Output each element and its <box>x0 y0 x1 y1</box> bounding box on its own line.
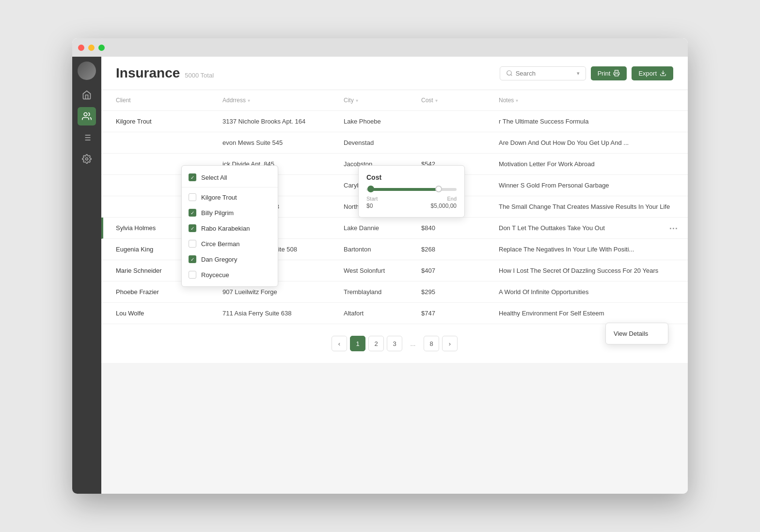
cell-address-1: evon Mews Suite 545 <box>222 139 344 146</box>
table-row: Lou Wolfe 711 Asia Ferry Suite 638 Altaf… <box>101 303 688 324</box>
minimize-button[interactable] <box>88 45 95 51</box>
sidebar <box>72 57 101 494</box>
col-city[interactable]: City ▾ <box>344 97 421 104</box>
pagination-page-8[interactable]: 8 <box>424 336 439 351</box>
table-row: Kilgore Trout 3137 Nichole Brooks Apt. 1… <box>101 111 688 132</box>
export-icon <box>660 70 666 77</box>
cell-city-6: Bartonton <box>344 246 421 253</box>
content-area: Client Addrress ▾ City ▾ Cost ▾ <box>101 90 688 494</box>
cell-city-1: Devenstad <box>344 139 421 146</box>
pagination-page-2[interactable]: 2 <box>368 336 384 351</box>
maximize-button[interactable] <box>98 45 105 51</box>
cell-notes-4: The Small Change That Creates Massive Re… <box>499 203 673 210</box>
cell-city-0: Lake Phoebe <box>344 118 421 125</box>
checkbox-select-all[interactable] <box>189 173 196 181</box>
row-actions-button-5[interactable]: ⋯ <box>669 223 678 234</box>
checkbox-5[interactable] <box>189 271 196 279</box>
svg-point-7 <box>86 158 88 160</box>
cell-notes-9: Healthy Environment For Self Esteem <box>499 310 673 317</box>
cell-notes-2: Motivation Letter For Work Abroad <box>499 160 673 168</box>
pagination: ‹ 1 2 3 ... 8 › <box>101 324 688 363</box>
search-input[interactable] <box>516 70 574 77</box>
pagination-page-3[interactable]: 3 <box>387 336 402 351</box>
col-client[interactable]: Client <box>116 97 222 104</box>
top-actions: ▾ Print Export <box>500 66 673 80</box>
cell-client-9: Lou Wolfe <box>116 310 222 317</box>
checkbox-3[interactable] <box>189 240 196 248</box>
cost-popup-title: Cost <box>366 173 457 181</box>
table-row: evon Mews Suite 545 Devenstad Are Down A… <box>101 132 688 154</box>
cell-address-8: 907 Lueilwitz Forge <box>222 288 344 296</box>
address-sort-icon: ▾ <box>248 98 250 103</box>
checkbox-2[interactable] <box>189 224 196 232</box>
cell-cost-8: $295 <box>421 288 499 296</box>
svg-rect-10 <box>615 74 618 76</box>
table-header: Client Addrress ▾ City ▾ Cost ▾ <box>101 90 688 111</box>
dropdown-item-2[interactable]: Rabo Karabekian <box>182 220 278 236</box>
search-chevron-icon: ▾ <box>577 70 580 77</box>
page-title: Insurance <box>116 65 180 81</box>
cell-notes-8: A World Of Infinite Opportunities <box>499 288 673 296</box>
top-bar: Insurance 5000 Total ▾ Print <box>101 57 688 90</box>
dropdown-item-1[interactable]: Billy Pilgrim <box>182 205 278 220</box>
pagination-prev[interactable]: ‹ <box>332 336 347 351</box>
checkbox-1[interactable] <box>189 209 196 217</box>
cell-cost-9: $747 <box>421 310 499 317</box>
cost-range-thumb-right[interactable] <box>435 186 442 192</box>
sidebar-item-users[interactable] <box>78 107 96 125</box>
checkbox-4[interactable] <box>189 255 196 263</box>
cell-city-5: Lake Dannie <box>344 224 421 232</box>
svg-line-9 <box>510 75 512 76</box>
cell-notes-5: Don T Let The Outtakes Take You Out <box>499 224 673 232</box>
print-button[interactable]: Print <box>591 66 627 80</box>
col-notes[interactable]: Notes ▾ <box>499 97 673 104</box>
dropdown-scroll: Kilgore Trout Billy Pilgrim Rabo Karabek… <box>182 189 278 282</box>
cell-cost-6: $268 <box>421 246 499 253</box>
col-cost[interactable]: Cost ▾ <box>421 97 499 104</box>
checkbox-0[interactable] <box>189 193 196 201</box>
avatar[interactable] <box>78 62 96 80</box>
page-title-area: Insurance 5000 Total <box>116 65 214 81</box>
cell-notes-0: r The Ultimate Success Formula <box>499 118 673 125</box>
dropdown-item-5[interactable]: Roycecue <box>182 267 278 282</box>
context-menu-view-details[interactable]: View Details <box>606 326 668 341</box>
pagination-page-1[interactable]: 1 <box>350 336 365 351</box>
cell-address-9: 711 Asia Ferry Suite 638 <box>222 310 344 317</box>
notes-sort-icon: ▾ <box>516 98 518 103</box>
context-menu: View Details <box>605 323 668 344</box>
sidebar-item-home[interactable] <box>78 86 96 104</box>
dropdown-item-3[interactable]: Circe Berman <box>182 236 278 251</box>
cost-filter-popup: Cost Start End $0 $5,000,00 <box>358 165 465 218</box>
cell-notes-3: Winner S Gold From Personal Garbage <box>499 182 673 189</box>
sidebar-item-list[interactable] <box>78 128 96 147</box>
dropdown-item-4[interactable]: Dan Gregory <box>182 251 278 267</box>
cell-notes-1: Are Down And Out How Do You Get Up And .… <box>499 139 673 146</box>
pagination-dots: ... <box>405 336 421 351</box>
main-content: Insurance 5000 Total ▾ Print <box>101 57 688 494</box>
export-button[interactable]: Export <box>632 66 673 80</box>
cost-range-track[interactable] <box>366 188 457 191</box>
cell-cost-5: $840 <box>421 224 499 232</box>
sidebar-item-settings[interactable] <box>78 150 96 168</box>
search-box[interactable]: ▾ <box>500 66 586 80</box>
print-icon <box>613 70 620 77</box>
cost-range-values: $0 $5,000,00 <box>366 203 457 209</box>
cell-address-0: 3137 Nichole Brooks Apt. 164 <box>222 118 344 125</box>
col-address[interactable]: Addrress ▾ <box>222 97 344 104</box>
app-window: Insurance 5000 Total ▾ Print <box>72 38 688 494</box>
cost-range-thumb-left[interactable] <box>367 186 374 192</box>
cost-range-fill <box>371 188 439 191</box>
cell-city-9: Altafort <box>344 310 421 317</box>
dropdown-divider <box>182 187 278 188</box>
cost-sort-icon: ▾ <box>435 98 438 103</box>
page-subtitle: 5000 Total <box>185 72 214 79</box>
pagination-next[interactable]: › <box>442 336 458 351</box>
dropdown-item-0[interactable]: Kilgore Trout <box>182 189 278 205</box>
city-sort-icon: ▾ <box>356 98 358 103</box>
cell-client-8: Phoebe Frazier <box>116 288 222 296</box>
cell-client-0: Kilgore Trout <box>116 118 222 125</box>
svg-point-0 <box>84 113 87 116</box>
cell-cost-7: $407 <box>421 267 499 274</box>
dropdown-select-all[interactable]: Select All <box>182 170 278 185</box>
close-button[interactable] <box>78 45 84 51</box>
